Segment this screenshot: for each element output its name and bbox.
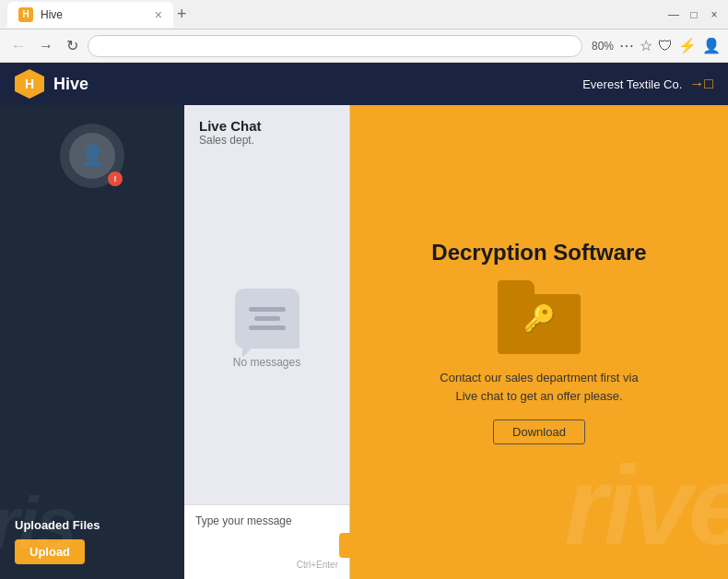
tab-title: Hive xyxy=(41,8,63,21)
new-tab-button[interactable]: + xyxy=(177,5,187,24)
chat-input-area: Type your message Send Ctrl+Enter xyxy=(184,504,349,579)
chat-empty-icon xyxy=(235,289,299,349)
app-user-info: Everest Textile Co. →□ xyxy=(582,76,713,92)
decryption-title: Decryption Software xyxy=(431,240,646,266)
close-tab-button[interactable]: × xyxy=(155,7,162,22)
ctrl-enter-hint: Ctrl+Enter xyxy=(195,560,338,570)
browser-tab[interactable]: H Hive × xyxy=(7,2,173,28)
decryption-desc-line2: Live chat to get an offer please. xyxy=(440,387,638,406)
minimize-button[interactable]: — xyxy=(667,8,680,21)
avatar-inner: 👤 xyxy=(69,133,115,179)
decryption-description: Contact our sales department first via L… xyxy=(440,369,638,405)
no-messages-label: No messages xyxy=(233,356,300,369)
app-logo: H xyxy=(15,69,44,99)
folder-body: 🔑 xyxy=(498,294,581,354)
toolbar-icons: ⋯ ☆ 🛡 ⚡ 👤 xyxy=(619,37,721,54)
chat-header: Live Chat Sales dept. xyxy=(184,105,349,152)
chat-messages-area: No messages xyxy=(184,152,349,504)
decryption-desc-line1: Contact our sales department first via xyxy=(440,369,638,387)
browser-toolbar: ← → ↻ 80% ⋯ ☆ 🛡 ⚡ 👤 xyxy=(0,30,728,63)
notification-badge: ! xyxy=(108,171,123,186)
settings-icon[interactable]: ⚡ xyxy=(678,37,697,54)
msg-line-1 xyxy=(249,307,286,312)
forward-button[interactable]: → xyxy=(35,34,57,58)
decryption-panel: rive Decryption Software 🔑 Contact our s… xyxy=(350,105,728,579)
chat-message-input[interactable] xyxy=(195,539,334,552)
decryption-watermark: rive xyxy=(564,450,728,561)
tab-favicon: H xyxy=(18,7,33,22)
chat-panel: Live Chat Sales dept. No messages Type y… xyxy=(184,105,350,579)
sidebar: 👤 ! ris Uploaded Files Upload xyxy=(0,105,184,579)
maximize-button[interactable]: □ xyxy=(687,8,700,21)
main-content: 👤 ! ris Uploaded Files Upload Live Chat … xyxy=(0,105,728,579)
profile-icon[interactable]: 👤 xyxy=(702,37,721,54)
chat-title: Live Chat xyxy=(199,118,335,134)
bookmark-icon[interactable]: ☆ xyxy=(640,37,652,54)
app-header: H Hive Everest Textile Co. →□ xyxy=(0,63,728,105)
upload-button[interactable]: Upload xyxy=(15,539,85,564)
extensions-icon[interactable]: ⋯ xyxy=(619,37,634,54)
avatar: 👤 ! xyxy=(60,124,124,188)
app-title: Hive xyxy=(53,75,88,94)
decryption-folder-icon: 🔑 xyxy=(498,280,581,354)
chat-input-row: Send xyxy=(195,533,338,558)
address-bar[interactable] xyxy=(88,35,582,57)
browser-titlebar: H Hive × + — □ × xyxy=(0,0,728,30)
back-button[interactable]: ← xyxy=(7,34,29,58)
shield-icon[interactable]: 🛡 xyxy=(658,38,673,54)
download-button[interactable]: Download xyxy=(493,419,585,444)
key-icon: 🔑 xyxy=(523,303,556,334)
chat-input-label: Type your message xyxy=(195,514,338,527)
chat-subtitle: Sales dept. xyxy=(199,134,335,147)
uploaded-files-label: Uploaded Files xyxy=(15,518,170,532)
logout-button[interactable]: →□ xyxy=(689,76,713,92)
window-controls: — □ × xyxy=(667,8,721,21)
sidebar-bottom: Uploaded Files Upload xyxy=(0,503,184,579)
msg-line-3 xyxy=(249,325,286,330)
app-container: H Hive Everest Textile Co. →□ 👤 ! ris Up… xyxy=(0,63,728,579)
refresh-button[interactable]: ↻ xyxy=(63,33,82,58)
username-label: Everest Textile Co. xyxy=(582,77,682,91)
zoom-label: 80% xyxy=(592,40,614,53)
msg-line-2 xyxy=(254,316,280,321)
close-window-button[interactable]: × xyxy=(708,8,721,21)
